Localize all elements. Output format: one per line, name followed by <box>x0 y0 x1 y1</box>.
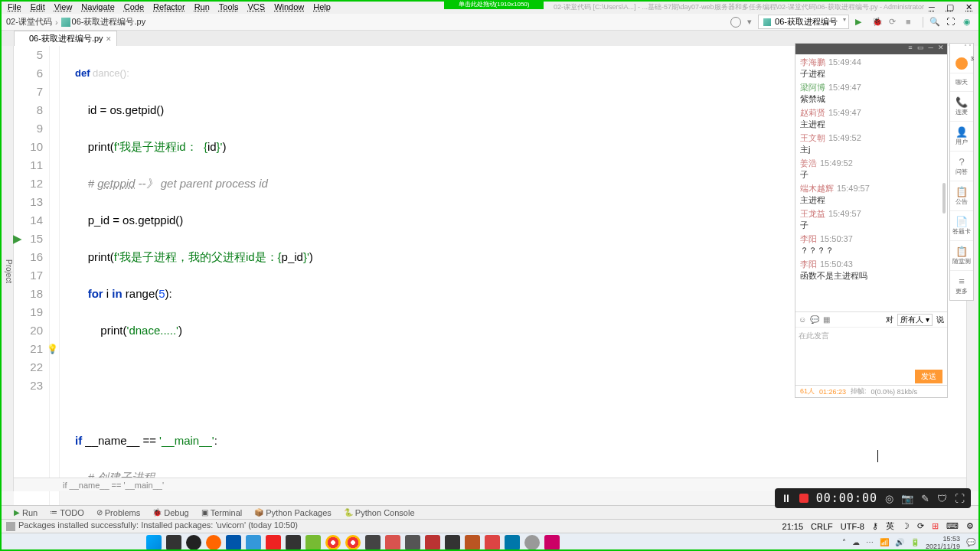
run-config-selector[interactable]: 06-获取进程编号 <box>758 15 849 29</box>
tool-python-packages[interactable]: 📦Python Packages <box>254 508 332 517</box>
intention-bulb-icon[interactable]: 💡 <box>47 340 58 358</box>
menu-vcs[interactable]: VCS <box>243 2 270 11</box>
window-max-button[interactable]: ▢ <box>942 2 959 11</box>
pen-icon[interactable]: ✎ <box>921 493 929 504</box>
side-notice[interactable]: 📋公告 <box>950 181 973 210</box>
chrome-icon[interactable] <box>345 535 361 550</box>
app-icon[interactable] <box>425 535 440 550</box>
tool-problems[interactable]: ⊘Problems <box>96 508 140 517</box>
chat-message-list[interactable]: 李海鹏15:49:44子进程 梁阿博15:49:47紫禁城 赵莉贤15:49:4… <box>795 54 947 311</box>
app-icon[interactable] <box>286 535 301 550</box>
file-encoding[interactable]: UTF-8 <box>841 522 864 531</box>
keyboard-icon[interactable]: ⌨ <box>946 521 959 531</box>
side-users[interactable]: 👤用户 <box>950 121 973 151</box>
settings-gear-icon[interactable]: ⚙ <box>966 521 974 531</box>
sync-icon[interactable]: ⟳ <box>917 521 924 531</box>
left-tool-stripe[interactable]: Project Structure Favorites <box>0 46 14 491</box>
record-icon[interactable] <box>799 494 808 503</box>
camera-icon[interactable]: 📷 <box>901 493 913 504</box>
menu-help[interactable]: Help <box>309 2 335 11</box>
menu-edit[interactable]: Edit <box>26 2 50 11</box>
recording-toolbar[interactable]: ⏸ 00:00:00 ◎ 📷 ✎ 🛡 ⛶ <box>775 488 971 508</box>
image-icon[interactable]: ▦ <box>823 315 830 324</box>
tray-cloud-icon[interactable]: ☁ <box>852 538 860 546</box>
chat-notify-icon[interactable] <box>956 57 968 70</box>
app-icon[interactable] <box>385 535 400 550</box>
side-mic[interactable]: 📞连麦 <box>950 91 973 121</box>
taskbar-clock[interactable]: 15:532021/11/19 <box>926 535 960 550</box>
editor-tab[interactable]: 06-获取进程编号.py ✕ <box>14 31 117 46</box>
app-icon[interactable] <box>305 535 321 550</box>
menu-code[interactable]: Code <box>119 2 149 11</box>
menu-navigate[interactable]: Navigate <box>77 2 119 11</box>
start-button[interactable] <box>146 535 162 550</box>
app-icon[interactable] <box>505 535 520 550</box>
stop-button[interactable]: ■ <box>906 17 916 28</box>
window-min-button[interactable]: ─ <box>924 2 939 11</box>
window-close-button[interactable]: ✕ <box>961 2 977 11</box>
target-icon[interactable]: ◎ <box>885 493 893 504</box>
tray-up-icon[interactable]: ˄ <box>842 538 846 546</box>
breadcrumb-file[interactable]: 06-获取进程编号.py <box>72 16 146 28</box>
tool-todo[interactable]: ≔TODO <box>50 508 84 517</box>
chat-close-icon[interactable]: ✕ <box>938 44 944 54</box>
plugin-button[interactable]: ◉ <box>963 17 974 28</box>
indent-icon[interactable]: ⚷ <box>872 521 878 531</box>
chat-minimize-icon[interactable]: ─ <box>929 44 933 54</box>
emoji-icon[interactable]: ☺ <box>799 315 806 324</box>
chrome-icon[interactable] <box>325 535 341 550</box>
line-separator[interactable]: CRLF <box>811 522 833 531</box>
chat-menu-icon[interactable]: ≡ <box>908 44 912 54</box>
tool-debug[interactable]: 🐞Debug <box>152 508 188 517</box>
chat-layout-icon[interactable]: ▭ <box>917 44 924 54</box>
user-icon[interactable] <box>730 17 741 28</box>
status-tool-icon[interactable] <box>6 522 15 531</box>
menu-refactor[interactable]: Refactor <box>149 2 190 11</box>
tray-bt-icon[interactable]: ⋯ <box>866 538 874 546</box>
menu-run[interactable]: Run <box>190 2 214 11</box>
pause-icon[interactable]: ⏸ <box>781 492 792 504</box>
side-more[interactable]: ≡更多 <box>950 270 973 300</box>
chat-bubble-icon[interactable]: 💬 <box>810 315 819 324</box>
menu-view[interactable]: View <box>50 2 77 11</box>
debug-button[interactable]: 🐞 <box>872 17 883 28</box>
app-icon[interactable] <box>266 535 281 550</box>
ime-lang[interactable]: 英 <box>886 520 894 532</box>
line-number-gutter[interactable]: 56789 1011121314 15▶ 1617181920 21💡 2223 <box>14 46 50 551</box>
side-quiz[interactable]: 📄答题卡 <box>950 210 973 240</box>
app-icon[interactable] <box>206 535 221 550</box>
run-with-coverage-button[interactable]: ⟳ <box>889 17 900 28</box>
tool-python-console[interactable]: 🐍Python Console <box>344 508 415 517</box>
app-icon[interactable] <box>246 535 261 550</box>
side-chat[interactable]: 聊天 <box>950 73 973 91</box>
app-icon[interactable] <box>445 535 460 550</box>
run-button[interactable]: ▶ <box>855 17 866 28</box>
recipient-select[interactable]: 所有人 ▾ <box>897 314 933 326</box>
app-icon[interactable] <box>365 535 381 550</box>
tray-wifi-icon[interactable]: 📶 <box>880 538 889 546</box>
fold-marker-bar[interactable] <box>50 46 60 551</box>
chat-input[interactable]: 在此发言 <box>795 327 947 368</box>
tool-run[interactable]: ▶Run <box>14 508 38 517</box>
project-tool-button[interactable]: Project <box>5 52 13 491</box>
app-icon[interactable] <box>186 535 201 550</box>
breadcrumb-project[interactable]: 02-课堂代码 <box>6 16 52 28</box>
expand-icon[interactable]: ⛶ <box>955 493 965 504</box>
app-icon[interactable] <box>544 535 560 550</box>
taskview-button[interactable] <box>166 535 181 550</box>
ide-settings-button[interactable]: ⛶ <box>946 17 957 28</box>
app-icon[interactable] <box>465 535 480 550</box>
run-gutter-icon[interactable]: ▶ <box>13 230 22 248</box>
windows-taskbar[interactable]: ˄ ☁ ⋯ 📶 🔊 🔋 15:532021/11/19 💬 <box>0 533 980 551</box>
tray-notif-icon[interactable]: 💬 <box>966 538 975 546</box>
side-down-icon[interactable]: ˅ <box>969 44 972 54</box>
caret-position[interactable]: 21:15 <box>782 522 804 531</box>
tray-batt-icon[interactable]: 🔋 <box>910 538 920 546</box>
moon-icon[interactable]: ☽ <box>902 521 910 531</box>
send-button[interactable]: 发送 <box>915 370 942 383</box>
screen-drag-tab[interactable]: 单击此处拖动(1910x1050) <box>444 0 544 9</box>
tool-terminal[interactable]: ▣Terminal <box>201 508 243 517</box>
tray-vol-icon[interactable]: 🔊 <box>895 538 904 546</box>
app-icon[interactable] <box>405 535 420 550</box>
side-up-icon[interactable]: ˄ <box>964 44 967 54</box>
